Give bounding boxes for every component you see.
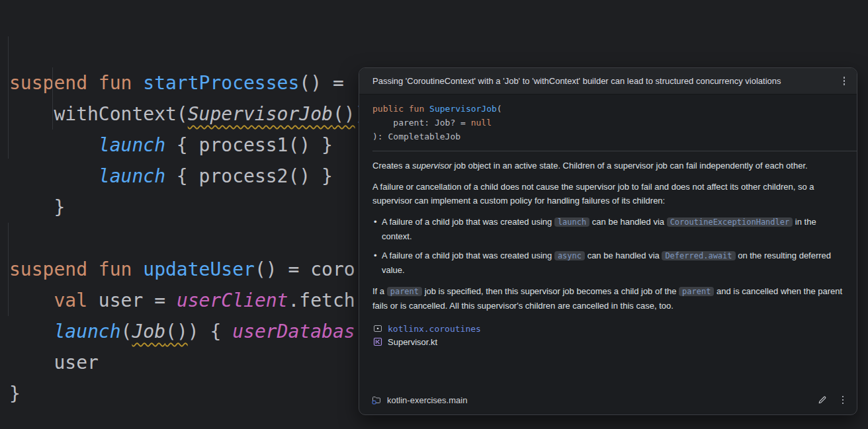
code-line: ): CompletableJob bbox=[372, 130, 844, 143]
doc-paragraph: A failure or cancellation of a child doe… bbox=[372, 180, 844, 208]
code-token: { process2() } bbox=[165, 165, 333, 187]
package-icon bbox=[372, 323, 383, 334]
inline-code-chip[interactable]: parent bbox=[387, 287, 422, 296]
code-token bbox=[9, 134, 99, 156]
module-label: kotlin-exercises.main bbox=[387, 395, 467, 405]
inline-code-chip[interactable]: CoroutineExceptionHandler bbox=[667, 217, 793, 227]
code-token: userClient bbox=[177, 290, 288, 311]
popup-body: public fun SupervisorJob( parent: Job? =… bbox=[359, 95, 857, 348]
inline-code-chip[interactable]: launch bbox=[554, 217, 589, 227]
doc-bullet-item: A failure of a child job that was create… bbox=[374, 215, 844, 243]
code-token: launch bbox=[99, 165, 165, 187]
code-token: user = bbox=[87, 290, 177, 311]
code-token: SupervisorJob bbox=[429, 104, 497, 114]
popup-title: Passing 'CoroutineContext' with a 'Job' … bbox=[372, 76, 781, 86]
code-token: () bbox=[165, 321, 188, 342]
popup-footer: kotlin-exercises.main bbox=[359, 385, 857, 414]
code-line: parent: Job? = null bbox=[372, 116, 844, 130]
module-icon bbox=[371, 395, 382, 405]
indent-guide bbox=[8, 223, 9, 316]
code-token: withContext( bbox=[9, 103, 188, 125]
indent-guide bbox=[8, 36, 9, 159]
kotlin-file-icon bbox=[372, 336, 383, 347]
code-token: suspend fun bbox=[9, 72, 143, 94]
code-token: launch bbox=[54, 321, 120, 342]
inline-code-chip[interactable]: async bbox=[554, 251, 585, 260]
popup-more-options-button[interactable] bbox=[840, 73, 849, 89]
code-token: ( bbox=[121, 321, 132, 342]
package-link[interactable]: kotlinx.coroutines bbox=[388, 322, 481, 336]
code-line: public fun SupervisorJob( bbox=[372, 102, 844, 116]
indent-guide bbox=[52, 67, 53, 130]
module-info: kotlin-exercises.main bbox=[371, 395, 467, 405]
code-token: SupervisorJob bbox=[188, 103, 333, 125]
doc-bullet-item: A failure of a child job that was create… bbox=[374, 249, 844, 277]
inline-code-chip[interactable]: Deferred.await bbox=[662, 251, 735, 260]
package-link-row: kotlinx.coroutines bbox=[372, 323, 844, 334]
code-token: } bbox=[9, 196, 65, 218]
code-token: public fun bbox=[372, 104, 429, 114]
code-token: } bbox=[9, 383, 21, 405]
code-token bbox=[9, 165, 99, 187]
code-token: null bbox=[471, 118, 492, 128]
code-token: .fetch bbox=[288, 290, 355, 311]
doc-paragraph: If a parent job is specified, then this … bbox=[372, 284, 844, 313]
code-token: user bbox=[9, 352, 99, 373]
code-token: userDatabas bbox=[232, 321, 355, 342]
code-token: () = coro bbox=[255, 258, 355, 280]
code-token bbox=[9, 290, 54, 311]
signature-separator bbox=[372, 151, 857, 151]
doc-paragraph: Creates a supervisor job object in an ac… bbox=[372, 159, 844, 173]
signature-code: public fun SupervisorJob( parent: Job? =… bbox=[372, 102, 844, 143]
code-token: suspend fun bbox=[9, 258, 143, 280]
doc-links: kotlinx.coroutines Supervisor.kt bbox=[372, 323, 844, 348]
doc-bullet-list: A failure of a child job that was create… bbox=[372, 215, 844, 277]
code-token: Job bbox=[132, 321, 165, 342]
code-token bbox=[9, 321, 54, 342]
popup-header: Passing 'CoroutineContext' with a 'Job' … bbox=[359, 68, 857, 95]
emphasized-text: supervisor bbox=[412, 161, 452, 171]
footer-actions bbox=[816, 393, 848, 408]
code-token: () = bbox=[299, 72, 343, 94]
code-token: parent: Job? = bbox=[372, 118, 471, 128]
code-token: { process1() } bbox=[165, 134, 333, 156]
code-token: updateUser bbox=[143, 258, 255, 280]
code-token: val bbox=[54, 290, 87, 311]
code-token: launch bbox=[99, 134, 165, 156]
code-token: ): CompletableJob bbox=[372, 132, 460, 141]
inline-code-chip[interactable]: parent bbox=[679, 287, 714, 296]
edit-pencil-icon[interactable] bbox=[816, 393, 829, 407]
code-token: () bbox=[333, 103, 355, 125]
documentation-popup: Passing 'CoroutineContext' with a 'Job' … bbox=[359, 67, 857, 415]
code-token: ( bbox=[497, 104, 502, 114]
code-token: startProcesses bbox=[143, 72, 299, 94]
file-link-row: Supervisor.kt bbox=[372, 336, 844, 348]
code-token: ) { bbox=[188, 321, 232, 342]
footer-more-options-button[interactable] bbox=[838, 393, 848, 408]
source-file-link[interactable]: Supervisor.kt bbox=[388, 335, 437, 349]
